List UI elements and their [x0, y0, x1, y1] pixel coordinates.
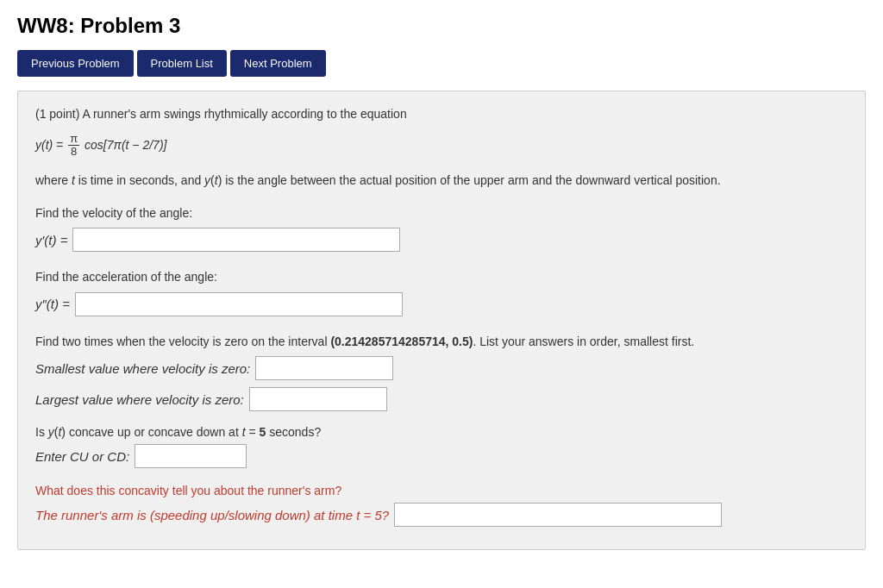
- velocity-input-row: y′(t) =: [35, 228, 848, 252]
- page-title: WW8: Problem 3: [17, 14, 866, 38]
- problem-box: (1 point) A runner's arm swings rhythmic…: [17, 91, 866, 550]
- smallest-velocity-input[interactable]: [255, 356, 393, 380]
- prev-problem-button[interactable]: Previous Problem: [17, 50, 134, 77]
- concave-input-row: Enter CU or CD:: [35, 444, 848, 468]
- velocity-input[interactable]: [72, 228, 400, 252]
- concave-question: Is y(t) concave up or concave down at t …: [35, 425, 848, 439]
- runner-question: What does this concavity tell you about …: [35, 484, 848, 497]
- interval-text: (0.214285714285714, 0.5): [330, 335, 473, 348]
- acceleration-find-label: Find the acceleration of the angle:: [35, 267, 848, 286]
- equation-container: y(t) = π 8 cos[7π(t − 2/7)]: [35, 133, 848, 159]
- largest-velocity-label: Largest value where velocity is zero:: [35, 392, 244, 407]
- runner-label-text: The runner's arm is (speeding up/slowing…: [35, 508, 389, 522]
- next-problem-button[interactable]: Next Problem: [230, 50, 326, 77]
- runner-input[interactable]: [394, 503, 722, 527]
- zero-velocity-text2: . List your answers in order, smallest f…: [473, 335, 694, 348]
- equation-fraction: π 8: [68, 133, 79, 159]
- zero-velocity-text: Find two times when the velocity is zero…: [35, 332, 848, 351]
- runner-input-row: The runner's arm is (speeding up/slowing…: [35, 503, 848, 527]
- problem-list-button[interactable]: Problem List: [137, 50, 227, 77]
- equation-rhs: cos[7π(t − 2/7)]: [85, 138, 166, 152]
- runner-label: The runner's arm is (speeding up/slowing…: [35, 508, 389, 522]
- problem-intro: (1 point) A runner's arm swings rhythmic…: [35, 107, 848, 121]
- acceleration-input-row: y″(t) =: [35, 292, 848, 316]
- smallest-velocity-row: Smallest value where velocity is zero:: [35, 356, 848, 380]
- description-line1: where t is time in seconds, and y(t) is …: [35, 171, 848, 190]
- concave-label: Enter CU or CD:: [35, 449, 129, 464]
- equation-lhs: y(t) =: [35, 138, 66, 152]
- velocity-find-label: Find the velocity of the angle:: [35, 203, 848, 222]
- nav-buttons: Previous Problem Problem List Next Probl…: [17, 50, 866, 77]
- acceleration-label: y″(t) =: [35, 297, 70, 311]
- smallest-velocity-label: Smallest value where velocity is zero:: [35, 361, 250, 376]
- acceleration-input[interactable]: [75, 292, 403, 316]
- largest-velocity-input[interactable]: [249, 387, 387, 411]
- velocity-label: y′(t) =: [35, 233, 67, 247]
- concave-input[interactable]: [135, 444, 247, 468]
- page-container: WW8: Problem 3 Previous Problem Problem …: [0, 0, 883, 564]
- largest-velocity-row: Largest value where velocity is zero:: [35, 387, 848, 411]
